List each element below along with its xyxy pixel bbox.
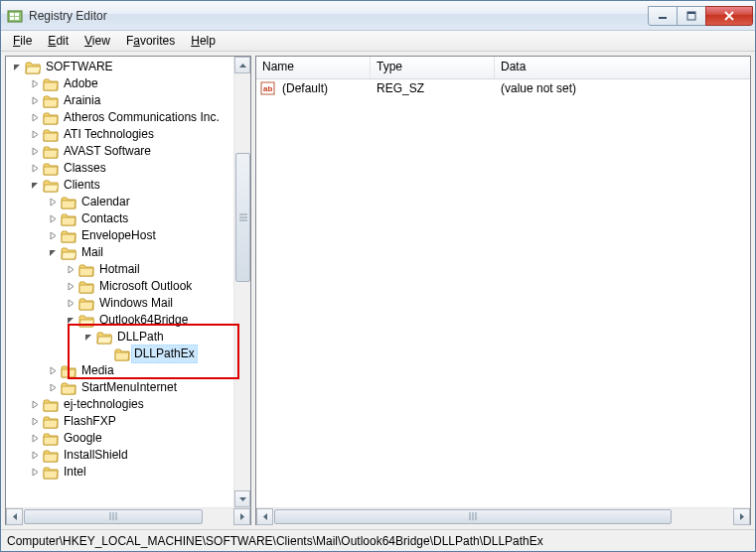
expander-icon[interactable] bbox=[30, 163, 41, 174]
tree-item[interactable]: Hotmail bbox=[6, 261, 233, 278]
expander-icon[interactable] bbox=[48, 365, 59, 376]
tree-item[interactable]: Windows Mail bbox=[6, 295, 233, 312]
tree-horizontal-scrollbar[interactable] bbox=[6, 507, 250, 524]
tree-item[interactable]: FlashFXP bbox=[6, 413, 233, 430]
tree-item-root[interactable]: SOFTWARE bbox=[6, 59, 233, 75]
scroll-thumb[interactable] bbox=[24, 509, 203, 524]
expander-icon[interactable] bbox=[66, 264, 76, 275]
tree-item[interactable]: StartMenuInternet bbox=[6, 379, 233, 396]
folder-icon bbox=[96, 331, 112, 345]
tree-item[interactable]: DLLPath bbox=[6, 329, 233, 345]
scroll-down-button[interactable] bbox=[234, 490, 250, 507]
expander-icon[interactable] bbox=[30, 78, 41, 89]
tree-item[interactable]: Adobe bbox=[6, 75, 233, 92]
folder-icon bbox=[61, 381, 76, 395]
values-horizontal-scrollbar[interactable] bbox=[256, 507, 750, 524]
expander-icon[interactable] bbox=[66, 281, 76, 292]
tree-item[interactable]: Google bbox=[6, 430, 233, 447]
tree-item-label: StartMenuInternet bbox=[80, 379, 178, 396]
tree-item-label: Hotmail bbox=[98, 261, 141, 278]
tree-item[interactable]: Media bbox=[6, 362, 233, 379]
tree-item[interactable]: Arainia bbox=[6, 92, 233, 109]
menu-edit[interactable]: Edit bbox=[40, 32, 76, 50]
tree-item[interactable]: Outlook64Bridge bbox=[6, 312, 233, 329]
tree-item-label: EnvelopeHost bbox=[80, 227, 157, 244]
scroll-track[interactable] bbox=[273, 508, 733, 525]
expander-icon[interactable] bbox=[30, 146, 41, 157]
expander-icon[interactable] bbox=[30, 129, 41, 140]
scroll-up-button[interactable] bbox=[234, 57, 250, 73]
column-data[interactable]: Data bbox=[495, 57, 750, 78]
scroll-thumb[interactable] bbox=[274, 509, 672, 524]
folder-icon bbox=[25, 61, 41, 74]
expander-icon[interactable] bbox=[101, 348, 112, 359]
registry-tree[interactable]: SOFTWAREAdobeArainiaAtheros Communicatio… bbox=[6, 57, 250, 507]
tree-item[interactable]: Classes bbox=[6, 160, 233, 177]
column-type[interactable]: Type bbox=[371, 57, 495, 78]
expander-icon[interactable] bbox=[66, 298, 76, 309]
value-row[interactable]: ab(Default)REG_SZ(value not set) bbox=[256, 79, 750, 96]
expander-icon[interactable] bbox=[30, 450, 41, 461]
expander-icon[interactable] bbox=[66, 315, 76, 326]
expander-icon[interactable] bbox=[30, 433, 41, 444]
tree-item[interactable]: Microsoft Outlook bbox=[6, 278, 233, 295]
menu-help[interactable]: Help bbox=[183, 32, 224, 50]
expander-icon[interactable] bbox=[30, 95, 41, 106]
menu-favorites[interactable]: Favorites bbox=[118, 32, 183, 50]
menubar: File Edit View Favorites Help bbox=[1, 31, 755, 52]
scroll-track[interactable] bbox=[234, 73, 250, 490]
folder-icon bbox=[43, 77, 59, 91]
scroll-thumb[interactable] bbox=[235, 153, 250, 282]
tree-vertical-scrollbar[interactable] bbox=[233, 57, 250, 507]
expander-icon[interactable] bbox=[83, 332, 94, 343]
app-icon bbox=[7, 8, 23, 24]
scroll-right-button[interactable] bbox=[733, 508, 750, 525]
value-data: (value not set) bbox=[495, 81, 693, 95]
maximize-button[interactable] bbox=[677, 6, 706, 26]
tree-item[interactable]: Clients bbox=[6, 177, 233, 194]
folder-icon bbox=[43, 432, 59, 446]
folder-icon bbox=[61, 212, 76, 226]
svg-rect-5 bbox=[659, 17, 667, 19]
folder-icon bbox=[61, 246, 76, 260]
expander-icon[interactable] bbox=[48, 213, 59, 224]
tree-item[interactable]: Atheros Communications Inc. bbox=[6, 109, 233, 126]
values-panel: Name Type Data ab(Default)REG_SZ(value n… bbox=[255, 56, 751, 525]
menu-file[interactable]: File bbox=[5, 32, 40, 50]
tree-item[interactable]: ej-technologies bbox=[6, 396, 233, 413]
tree-item[interactable]: ATI Technologies bbox=[6, 126, 233, 143]
expander-icon[interactable] bbox=[48, 247, 59, 258]
expander-icon[interactable] bbox=[48, 230, 59, 241]
tree-item[interactable]: InstallShield bbox=[6, 447, 233, 464]
expander-icon[interactable] bbox=[48, 197, 59, 207]
tree-item[interactable]: Contacts bbox=[6, 210, 233, 227]
tree-item[interactable]: DLLPathEx bbox=[6, 345, 233, 362]
expander-icon[interactable] bbox=[30, 399, 41, 410]
scroll-right-button[interactable] bbox=[233, 508, 250, 525]
tree-item[interactable]: Mail bbox=[6, 244, 233, 261]
tree-item[interactable]: Intel bbox=[6, 464, 233, 481]
close-button[interactable] bbox=[705, 6, 753, 26]
column-name[interactable]: Name bbox=[256, 57, 371, 78]
scroll-left-button[interactable] bbox=[6, 508, 23, 525]
expander-icon[interactable] bbox=[30, 467, 41, 478]
tree-item-label: Windows Mail bbox=[98, 295, 174, 312]
scroll-left-button[interactable] bbox=[256, 508, 273, 525]
expander-icon[interactable] bbox=[30, 180, 41, 191]
expander-icon[interactable] bbox=[30, 416, 41, 427]
tree-item[interactable]: EnvelopeHost bbox=[6, 227, 233, 244]
scroll-track[interactable] bbox=[23, 508, 233, 525]
titlebar[interactable]: Registry Editor bbox=[1, 1, 755, 31]
folder-icon bbox=[43, 415, 59, 429]
values-list[interactable]: ab(Default)REG_SZ(value not set) bbox=[256, 79, 750, 507]
minimize-button[interactable] bbox=[648, 6, 678, 26]
window-title: Registry Editor bbox=[29, 9, 649, 23]
tree-item[interactable]: Calendar bbox=[6, 194, 233, 210]
expander-icon[interactable] bbox=[12, 62, 23, 72]
value-name: (Default) bbox=[276, 81, 371, 95]
folder-icon bbox=[61, 229, 76, 243]
tree-item[interactable]: AVAST Software bbox=[6, 143, 233, 160]
expander-icon[interactable] bbox=[30, 112, 41, 123]
menu-view[interactable]: View bbox=[76, 32, 118, 50]
expander-icon[interactable] bbox=[48, 382, 59, 393]
